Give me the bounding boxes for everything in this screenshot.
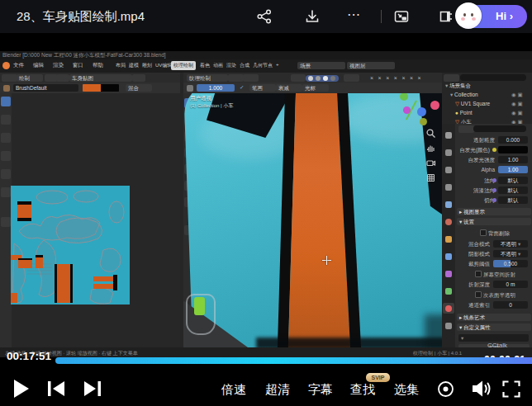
subtitle-button[interactable]: 字幕	[304, 382, 337, 397]
mask-toggle2-icon[interactable]	[56, 74, 69, 82]
tab-shading[interactable]: 着色	[200, 62, 210, 69]
tangent-field[interactable]: 默认	[498, 196, 528, 204]
brush-icon[interactable]	[3, 85, 10, 92]
menu-edit[interactable]: 编辑	[33, 62, 44, 69]
collection-visibility-icons[interactable]: ◉ ▣	[511, 92, 523, 98]
tab-texture-paint-active[interactable]: 纹理绘制	[171, 61, 196, 70]
image-paint-mode-dropdown[interactable]: 绘制	[17, 74, 43, 82]
snap-dropdown[interactable]	[243, 74, 259, 82]
fill-tool[interactable]	[1, 169, 11, 179]
grid-toggle-icon[interactable]	[425, 172, 436, 183]
soften-tool[interactable]	[1, 115, 11, 125]
volume-button[interactable]	[471, 379, 492, 399]
outliner-search[interactable]	[460, 74, 526, 81]
refraction-depth-field[interactable]: 0 m	[493, 281, 528, 288]
collection-row[interactable]: ▾ Collection	[450, 92, 478, 98]
pass-index-field[interactable]: 0	[493, 301, 528, 309]
play-button[interactable]	[13, 379, 30, 399]
physics-tab-icon[interactable]	[445, 271, 452, 277]
tab-uv-edit[interactable]: UV编辑	[155, 62, 172, 69]
alpha-field[interactable]: 1.00	[498, 166, 528, 173]
zoom-view-icon[interactable]	[425, 128, 436, 139]
backface-culling-checkbox[interactable]	[480, 229, 487, 236]
scene-selector[interactable]: 场景	[297, 62, 345, 69]
viewport-display-section[interactable]: ▸ 视图显示	[457, 208, 531, 215]
ssr-checkbox[interactable]	[475, 271, 482, 277]
tab-animation[interactable]: 动画	[213, 62, 223, 69]
shading-solid-icon[interactable]	[308, 76, 313, 81]
picture-in-picture-icon[interactable]	[393, 8, 410, 25]
more-options-icon[interactable]: ⋯	[347, 7, 361, 22]
brush-name-field[interactable]: BrushDefault	[13, 84, 78, 92]
hi-button-label[interactable]: Hi ›	[496, 5, 524, 28]
scene-tab-icon[interactable]	[445, 201, 452, 208]
tab-sculpt[interactable]: 雕刻	[142, 62, 152, 69]
share-icon[interactable]	[256, 8, 273, 25]
view-layer-tab-icon[interactable]	[445, 184, 452, 191]
output-tab-icon[interactable]	[445, 167, 452, 173]
pressure-toggle-icon[interactable]: ✓	[240, 84, 244, 91]
shadow-mode-value[interactable]: 不透明 ▾	[493, 250, 528, 257]
overlays-toggle-icon[interactable]	[291, 74, 306, 82]
gizmo-x-axis[interactable]	[430, 101, 439, 110]
uv-square-row[interactable]: ▽ UV1 Square	[455, 101, 490, 107]
smear-tool[interactable]	[1, 133, 11, 143]
viewport-3d[interactable]: 用户透视 (1) Collection | 小车	[183, 93, 442, 347]
tab-add[interactable]: +	[276, 62, 279, 67]
custom-properties-section[interactable]: ▾ 自定义属性	[457, 323, 531, 331]
clip-threshold-slider[interactable]: 0.500	[493, 260, 528, 267]
tab-compositing[interactable]: 合成	[240, 62, 249, 69]
menu-help[interactable]: 帮助	[93, 62, 103, 69]
point-visibility-icons[interactable]: ◉ ▣	[511, 110, 523, 116]
texture-tab-icon[interactable]	[445, 323, 452, 329]
tab-modeling[interactable]: 建模	[129, 62, 139, 69]
brush-strength-slider[interactable]: 1.000	[197, 84, 235, 92]
point-light-row[interactable]: ● Point	[455, 110, 473, 116]
menu-render[interactable]: 渲染	[53, 62, 64, 69]
transmission-roughness-field[interactable]: 0.000	[498, 136, 528, 144]
progress-bar[interactable]	[55, 357, 532, 364]
custom-property-dropdown[interactable]: ▾	[458, 334, 529, 342]
clearcoat-normal-field[interactable]: 默认	[498, 186, 528, 194]
speed-button[interactable]: 倍速	[217, 382, 250, 397]
emission-strength-field[interactable]: 1.00	[498, 156, 528, 163]
gizmo-neg-z-axis[interactable]	[420, 118, 427, 125]
emission-color-swatch[interactable]	[498, 146, 528, 153]
annotate-tool[interactable]	[1, 217, 11, 227]
view-layer-selector[interactable]: 视图层	[347, 62, 395, 69]
outliner-type-icon[interactable]	[444, 74, 459, 82]
data-tab-icon[interactable]	[445, 288, 452, 295]
image-pin-icon[interactable]	[132, 74, 145, 82]
falloff-dropdown[interactable]: 衰减	[276, 84, 302, 92]
orientation-dropdown[interactable]	[228, 74, 244, 82]
pan-view-icon[interactable]	[425, 143, 436, 153]
editor-type-icon[interactable]	[2, 74, 17, 82]
episodes-button[interactable]: 选集	[390, 382, 423, 397]
blend-mode-value[interactable]: 不透明 ▾	[493, 240, 528, 248]
previous-button[interactable]	[48, 381, 65, 396]
uv-visibility-icons[interactable]: ◉ ▣	[511, 101, 523, 107]
blend-mode-dropdown[interactable]: 混合	[126, 84, 152, 92]
fullscreen-button[interactable]	[502, 380, 520, 398]
download-icon[interactable]	[304, 8, 321, 25]
menu-file[interactable]: 文件	[13, 62, 24, 69]
normal-field[interactable]: 默认	[498, 177, 528, 184]
tool-brush-icon[interactable]	[187, 85, 193, 92]
menu-window[interactable]: 窗口	[73, 62, 83, 69]
cursor-dropdown[interactable]: 光标	[302, 84, 329, 92]
avatar[interactable]	[455, 2, 482, 29]
gizmo-dropdown[interactable]	[344, 74, 359, 82]
quality-button[interactable]: 超清	[261, 382, 294, 397]
texture-slot-toggles[interactable]: ×××××××	[370, 74, 425, 82]
scene-collection-row[interactable]: ▾ 场景集合	[445, 83, 471, 90]
line-art-section[interactable]: ▸ 线条艺术	[457, 314, 531, 321]
shading-rendered-icon[interactable]	[323, 76, 328, 81]
world-tab-icon[interactable]	[445, 219, 452, 225]
camera-view-icon[interactable]	[425, 158, 436, 168]
tool-tab-icon[interactable]	[445, 132, 452, 139]
blender-logo-icon[interactable]	[2, 62, 10, 69]
shading-wire-icon[interactable]	[330, 76, 335, 81]
side-dock-icon[interactable]	[438, 8, 454, 25]
clone-tool[interactable]	[1, 151, 11, 161]
properties-breadcrumb-icon[interactable]	[458, 125, 474, 133]
